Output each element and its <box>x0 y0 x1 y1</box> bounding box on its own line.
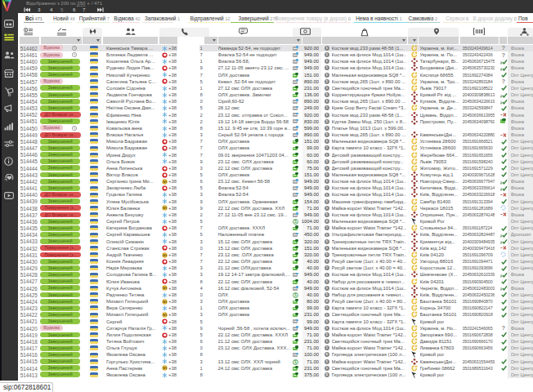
svg-text:$: $ <box>294 359 297 364</box>
svg-text:$: $ <box>294 292 297 297</box>
svg-text:$: $ <box>294 220 297 225</box>
